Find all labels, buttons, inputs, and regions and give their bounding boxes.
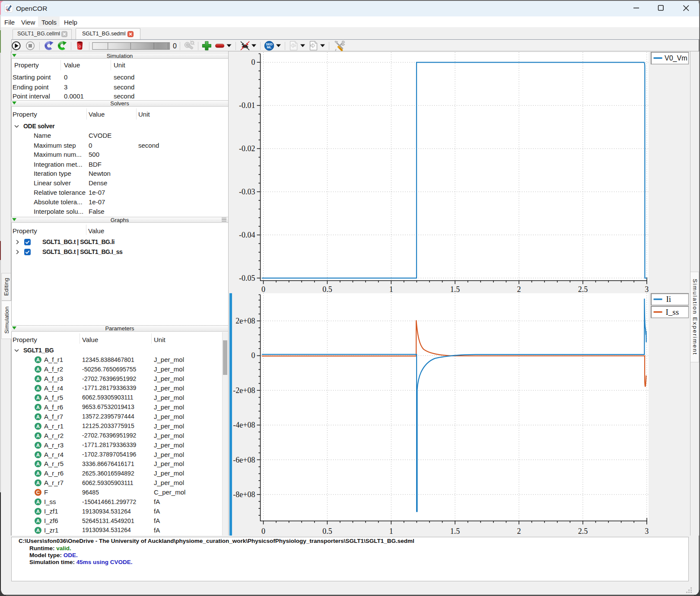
svg-text:ML: ML <box>267 45 272 49</box>
svg-text:0: 0 <box>251 58 255 67</box>
svg-text:1: 1 <box>389 527 393 536</box>
svg-text:2: 2 <box>517 527 521 536</box>
svg-text:0: 0 <box>173 42 177 50</box>
svg-text:0: 0 <box>261 527 265 536</box>
svg-text:1.5: 1.5 <box>450 285 460 293</box>
svg-text:1.5: 1.5 <box>450 527 460 536</box>
svg-text:0: 0 <box>261 285 265 293</box>
svg-text:2e+08: 2e+08 <box>235 317 255 325</box>
svg-text:-0.01: -0.01 <box>239 101 255 110</box>
svg-text:-4e+08: -4e+08 <box>233 421 255 429</box>
svg-text:2.5: 2.5 <box>578 527 588 536</box>
svg-text:0.5: 0.5 <box>322 527 332 536</box>
svg-text:Ii: Ii <box>666 295 671 304</box>
svg-text:V0_Vm: V0_Vm <box>665 54 687 62</box>
svg-text:0.5: 0.5 <box>322 285 332 293</box>
svg-text:-6e+08: -6e+08 <box>233 455 255 464</box>
svg-text:-2e+08: -2e+08 <box>233 386 255 394</box>
svg-text:I_ss: I_ss <box>665 307 679 316</box>
svg-text:-0.03: -0.03 <box>239 187 255 196</box>
svg-text:1: 1 <box>389 285 393 293</box>
svg-text:0: 0 <box>251 351 255 360</box>
svg-text:-8e+08: -8e+08 <box>233 490 255 499</box>
svg-text:2.5: 2.5 <box>578 285 588 293</box>
svg-text:3: 3 <box>645 285 649 293</box>
svg-text:2: 2 <box>517 285 521 293</box>
svg-text:-0.04: -0.04 <box>239 230 255 239</box>
svg-text:3: 3 <box>645 527 649 536</box>
svg-text:-0.02: -0.02 <box>239 144 255 153</box>
svg-text:-0.05: -0.05 <box>239 273 255 282</box>
